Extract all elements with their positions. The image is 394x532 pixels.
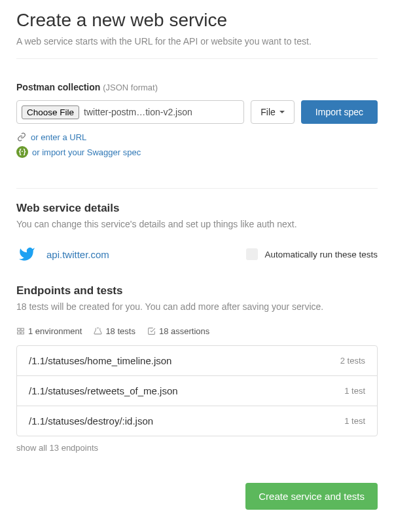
service-url-link[interactable]: api.twitter.com <box>46 249 109 260</box>
file-type-dropdown[interactable]: File <box>251 100 295 124</box>
chosen-filename: twitter-postm…tion-v2.json <box>84 107 243 117</box>
svg-rect-0 <box>18 328 20 330</box>
page-title: Create a new web service <box>16 10 378 31</box>
endpoint-list: /1.1/statuses/home_timeline.json 2 tests… <box>16 345 378 436</box>
endpoint-item[interactable]: /1.1/statuses/home_timeline.json 2 tests <box>17 346 377 376</box>
endpoint-path: /1.1/statuses/destroy/:id.json <box>29 415 153 427</box>
link-icon <box>16 132 27 142</box>
postman-label: Postman collection (JSON format) <box>16 82 378 92</box>
stat-environment: 1 environment <box>28 326 82 336</box>
endpoint-count: 1 test <box>344 386 365 396</box>
stat-tests: 18 tests <box>105 326 135 336</box>
endpoints-title: Endpoints and tests <box>16 284 378 297</box>
endpoint-path: /1.1/statuses/home_timeline.json <box>29 355 171 366</box>
environment-icon <box>16 327 25 335</box>
details-title: Web service details <box>16 202 378 215</box>
divider <box>16 58 378 59</box>
endpoint-path: /1.1/statuses/retweets_of_me.json <box>29 385 178 396</box>
swagger-icon: {·} <box>16 146 28 158</box>
file-input[interactable]: Choose File twitter-postm…tion-v2.json <box>16 100 244 124</box>
chevron-down-icon <box>279 111 285 113</box>
details-desc: You can change this service's details an… <box>16 219 378 229</box>
postman-label-text: Postman collection <box>16 82 100 92</box>
import-swagger-link[interactable]: or import your Swagger spec <box>32 147 141 157</box>
stat-assertions: 18 assertions <box>159 326 209 336</box>
endpoint-item[interactable]: /1.1/statuses/retweets_of_me.json 1 test <box>17 376 377 406</box>
auto-run-checkbox[interactable] <box>246 248 258 260</box>
create-service-button[interactable]: Create service and tests <box>245 483 378 510</box>
endpoints-desc: 18 tests will be created for you. You ca… <box>16 301 378 312</box>
show-all-endpoints-link[interactable]: show all 13 endpoints <box>16 443 98 453</box>
twitter-icon <box>16 244 37 265</box>
enter-url-link[interactable]: or enter a URL <box>31 132 86 142</box>
assertions-icon <box>147 327 156 335</box>
import-spec-button[interactable]: Import spec <box>301 100 378 124</box>
postman-hint: (JSON format) <box>103 83 158 92</box>
svg-rect-2 <box>18 332 20 334</box>
file-type-label: File <box>260 107 276 117</box>
choose-file-button[interactable]: Choose File <box>22 105 79 119</box>
svg-rect-1 <box>21 328 24 330</box>
endpoint-count: 2 tests <box>340 356 365 366</box>
endpoint-count: 1 test <box>344 416 365 426</box>
auto-run-label: Automatically run these tests <box>264 250 378 259</box>
tests-icon <box>94 327 102 335</box>
page-subtitle: A web service starts with the URL for th… <box>16 36 378 47</box>
divider <box>16 188 378 189</box>
svg-rect-3 <box>21 332 24 334</box>
endpoint-item[interactable]: /1.1/statuses/destroy/:id.json 1 test <box>17 406 377 436</box>
